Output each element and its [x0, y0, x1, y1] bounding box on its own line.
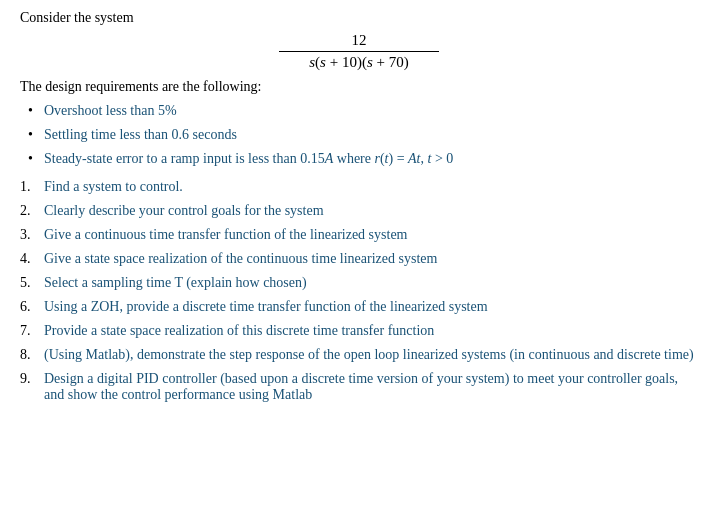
list-num-6: 6.: [20, 299, 31, 315]
fraction-line: [279, 51, 439, 52]
list-item-2: 2. Clearly describe your control goals f…: [20, 203, 698, 219]
list-num-1: 1.: [20, 179, 31, 195]
list-item-4: 4. Give a state space realization of the…: [20, 251, 698, 267]
fraction-denominator: s(s + 10)(s + 70): [309, 54, 408, 71]
list-item-3: 3. Give a continuous time transfer funct…: [20, 227, 698, 243]
list-num-7: 7.: [20, 323, 31, 339]
numbered-list: 1. Find a system to control. 2. Clearly …: [20, 179, 698, 403]
list-num-8: 8.: [20, 347, 31, 363]
list-item-6: 6. Using a ZOH, provide a discrete time …: [20, 299, 698, 315]
list-item-5: 5. Select a sampling time T (explain how…: [20, 275, 698, 291]
transfer-function: 12 s(s + 10)(s + 70): [20, 32, 698, 71]
bullet-list: Overshoot less than 5% Settling time les…: [20, 103, 698, 167]
list-item-1: 1. Find a system to control.: [20, 179, 698, 195]
list-num-2: 2.: [20, 203, 31, 219]
design-req-heading: The design requirements are the followin…: [20, 79, 698, 95]
list-num-4: 4.: [20, 251, 31, 267]
bullet-item-overshoot: Overshoot less than 5%: [20, 103, 698, 119]
list-num-5: 5.: [20, 275, 31, 291]
list-num-3: 3.: [20, 227, 31, 243]
list-num-9: 9.: [20, 371, 31, 387]
bullet-item-settling: Settling time less than 0.6 seconds: [20, 127, 698, 143]
bullet-item-steady-state: Steady-state error to a ramp input is le…: [20, 151, 698, 167]
intro-text: Consider the system: [20, 10, 698, 26]
list-item-7: 7. Provide a state space realization of …: [20, 323, 698, 339]
list-item-9: 9. Design a digital PID controller (base…: [20, 371, 698, 403]
list-item-8: 8. (Using Matlab), demonstrate the step …: [20, 347, 698, 363]
fraction-numerator: 12: [352, 32, 367, 49]
